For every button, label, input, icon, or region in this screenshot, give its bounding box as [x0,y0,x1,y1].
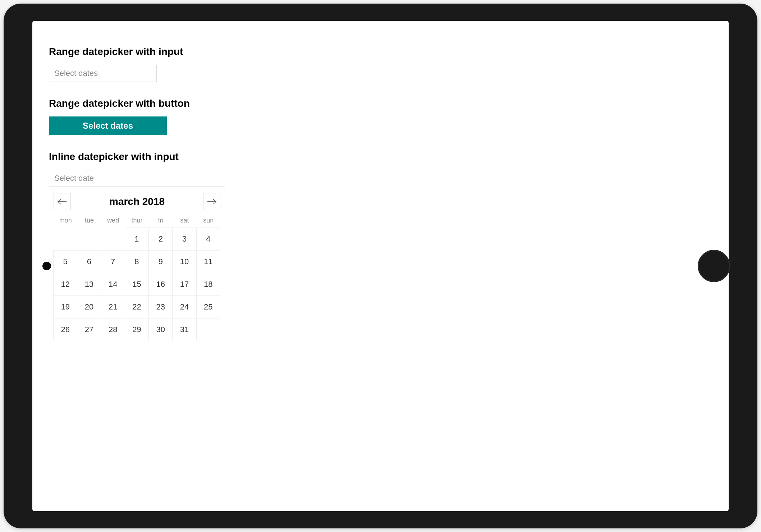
weekday-label: thur [125,215,149,226]
day-cell[interactable]: 3 [172,228,196,251]
day-cell[interactable]: 2 [148,228,173,251]
weekday-label: sun [197,215,220,226]
day-cell[interactable]: 7 [101,250,125,273]
arrow-right-icon [207,198,217,205]
day-cell[interactable]: 29 [125,318,149,341]
day-cell-empty [77,228,101,251]
day-cell[interactable]: 27 [77,318,101,341]
day-cell[interactable]: 25 [196,295,220,318]
day-cell[interactable]: 19 [53,295,77,318]
inline-datepicker: march 2018 montuewedthurfrisatsun 123456… [49,170,225,363]
heading-range-input: Range datepicker with input [49,46,712,58]
select-dates-button[interactable]: Select dates [49,116,167,135]
days-grid: 1234567891011121314151617181920212223242… [54,228,220,341]
calendar: march 2018 montuewedthurfrisatsun 123456… [49,187,225,363]
screen: Range datepicker with input Range datepi… [32,21,729,511]
arrow-left-icon [57,198,67,205]
day-cell[interactable]: 30 [148,318,173,341]
day-cell[interactable]: 10 [172,250,196,273]
day-cell[interactable]: 5 [53,250,77,273]
day-cell[interactable]: 22 [125,295,149,318]
day-cell[interactable]: 8 [125,250,149,273]
day-cell[interactable]: 12 [53,273,77,296]
home-button[interactable] [698,250,730,282]
range-dates-input[interactable] [49,65,157,82]
tablet-frame: Range datepicker with input Range datepi… [4,4,757,528]
day-cell[interactable]: 24 [172,295,196,318]
weekday-label: wed [101,215,125,226]
day-cell[interactable]: 18 [196,273,220,296]
day-cell[interactable]: 28 [101,318,125,341]
inline-date-input[interactable] [49,170,225,187]
weekday-label: fri [149,215,173,226]
day-cell[interactable]: 9 [148,250,173,273]
day-cell[interactable]: 1 [125,228,149,251]
weekday-label: sat [173,215,196,226]
next-month-button[interactable] [203,193,220,210]
day-cell[interactable]: 21 [101,295,125,318]
day-cell[interactable]: 31 [172,318,196,341]
heading-range-button: Range datepicker with button [49,98,712,109]
day-cell[interactable]: 16 [148,273,173,296]
day-cell-empty [53,228,77,251]
day-cell[interactable]: 20 [77,295,101,318]
day-cell-empty [101,228,125,251]
section-inline-picker: Inline datepicker with input march 2018 [49,151,712,363]
section-range-input: Range datepicker with input [49,46,712,82]
day-cell[interactable]: 15 [125,273,149,296]
weekday-label: mon [54,215,77,226]
day-cell[interactable]: 17 [172,273,196,296]
section-range-button: Range datepicker with button Select date… [49,98,712,135]
camera-icon [42,262,51,270]
day-cell[interactable]: 4 [196,228,220,251]
day-cell[interactable]: 6 [77,250,101,273]
calendar-header: march 2018 [54,192,220,210]
weekday-row: montuewedthurfrisatsun [54,215,220,226]
day-cell[interactable]: 11 [196,250,220,273]
heading-inline-picker: Inline datepicker with input [49,151,712,162]
day-cell[interactable]: 13 [77,273,101,296]
day-cell[interactable]: 23 [148,295,173,318]
weekday-label: tue [77,215,101,226]
day-cell[interactable]: 26 [53,318,77,341]
day-cell[interactable]: 14 [101,273,125,296]
prev-month-button[interactable] [54,193,71,210]
month-title: march 2018 [109,196,165,207]
